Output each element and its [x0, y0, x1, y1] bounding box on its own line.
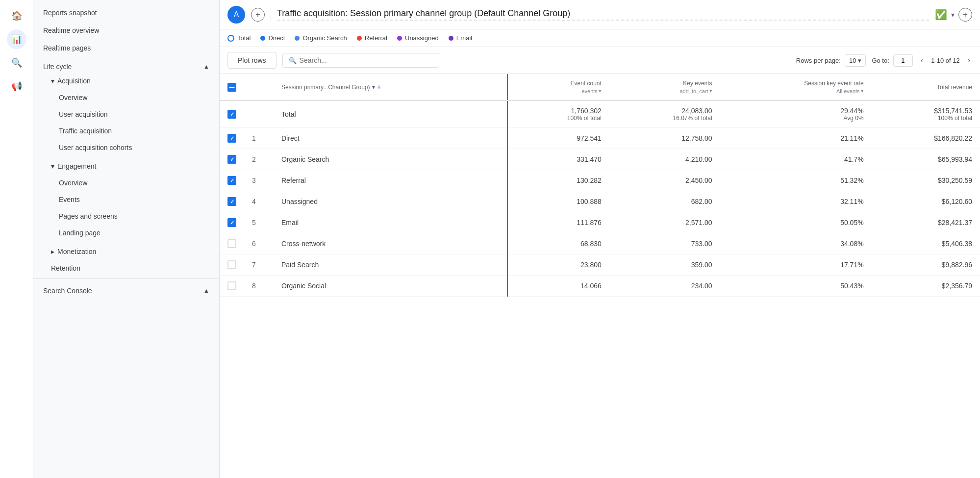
icon-nav: 🏠 📊 🔍 📢	[0, 0, 33, 478]
col-key-events-header: Key events add_to_cart ▾	[609, 74, 720, 101]
row-session-key-rate-3: 32.11%	[720, 191, 872, 212]
header-actions: ✅ ▾ +	[935, 8, 972, 22]
total-checkbox[interactable]	[227, 110, 236, 119]
col-key-events-sub: add_to_cart ▾	[679, 88, 712, 94]
legend-total-label: Total	[237, 34, 251, 42]
row-event-count-6: 23,800	[507, 254, 609, 276]
legend-organic-search-dot	[295, 36, 300, 41]
row-checkbox-1[interactable]	[227, 155, 236, 164]
explore-icon[interactable]: 🔍	[7, 53, 26, 73]
nav-overview-acquisition[interactable]: Overview	[33, 89, 219, 106]
next-page-arrow[interactable]: ›	[966, 54, 972, 67]
row-session-key-rate-6: 17.71%	[720, 254, 872, 276]
row-checkbox-3[interactable]	[227, 197, 236, 206]
legend-email-dot	[449, 36, 453, 41]
nav-user-acquisition[interactable]: User acquisition	[33, 106, 219, 123]
row-checkbox-2[interactable]	[227, 176, 236, 185]
nav-reports-snapshot[interactable]: Reports snapshot	[33, 4, 219, 22]
nav-monetization-header[interactable]: ▸ Monetization	[33, 243, 219, 260]
check-icon: ✅	[935, 9, 947, 21]
nav-overview-engagement[interactable]: Overview	[33, 175, 219, 191]
table-row: 2 Organic Search 331,470 4,210.00 41.7% …	[220, 149, 980, 170]
legend-direct-label: Direct	[268, 34, 285, 42]
lifecycle-section-header[interactable]: Life cycle ▲	[33, 57, 219, 73]
legend-total: Total	[227, 34, 251, 42]
search-box: 🔍	[282, 53, 439, 68]
row-channel-4: Email	[274, 212, 507, 233]
table-row: 1 Direct 972,541 12,758.00 21.11% $166,8…	[220, 128, 980, 149]
col-event-count-header: Event count events ▾	[507, 74, 609, 101]
nav-engagement-header[interactable]: ▾ Engagement	[33, 158, 219, 175]
col-channel-add-icon[interactable]: +	[377, 83, 381, 92]
row-revenue-7: $2,356.79	[872, 276, 980, 297]
legend-total-icon	[227, 35, 234, 42]
total-session-key-rate: 29.44% Avg 0%	[720, 101, 872, 128]
row-checkbox-4[interactable]	[227, 218, 236, 227]
col-session-key-rate-label: Session key event rate	[804, 80, 863, 87]
row-checkbox-5[interactable]	[227, 239, 236, 248]
legend-organic-search-label: Organic Search	[302, 34, 347, 42]
nav-traffic-acquisition[interactable]: Traffic acquisition	[33, 123, 219, 139]
data-table: Session primary...Channel Group) ▾ + Eve…	[220, 74, 980, 297]
row-session-key-rate-1: 41.7%	[720, 149, 872, 170]
row-event-count-5: 68,830	[507, 233, 609, 254]
rows-dropdown-icon: ▾	[858, 57, 861, 64]
reports-icon[interactable]: 📊	[7, 29, 26, 49]
row-revenue-5: $5,406.38	[872, 233, 980, 254]
col-checkbox[interactable]	[220, 74, 244, 101]
prev-page-arrow[interactable]: ‹	[919, 54, 925, 67]
row-checkbox-6[interactable]	[227, 260, 236, 269]
search-console-header[interactable]: Search Console ▲	[33, 281, 219, 297]
row-channel-3: Unassigned	[274, 191, 507, 212]
home-icon[interactable]: 🏠	[7, 6, 26, 25]
col-channel-dropdown-icon[interactable]: ▾	[372, 84, 375, 91]
total-revenue: $315,741.53 100% of total	[872, 101, 980, 128]
table-row: 6 Cross-network 68,830 733.00 34.08% $5,…	[220, 233, 980, 254]
goto-input[interactable]	[893, 54, 913, 67]
rows-per-page-value: 10	[849, 57, 856, 64]
nav-retention[interactable]: Retention	[33, 260, 219, 277]
legend-unassigned-label: Unassigned	[405, 34, 439, 42]
rows-per-page-select[interactable]: 10 ▾	[845, 54, 866, 67]
row-key-events-1: 4,210.00	[609, 149, 720, 170]
search-input[interactable]	[300, 56, 433, 64]
row-rank-5: 6	[244, 233, 274, 254]
nav-realtime-pages[interactable]: Realtime pages	[33, 39, 219, 57]
row-session-key-rate-0: 21.11%	[720, 128, 872, 149]
row-checkbox-0[interactable]	[227, 134, 236, 143]
row-key-events-5: 733.00	[609, 233, 720, 254]
row-channel-5: Cross-network	[274, 233, 507, 254]
nav-user-acquisition-cohorts[interactable]: User acquisition cohorts	[33, 139, 219, 156]
avatar[interactable]: A	[227, 6, 245, 24]
event-count-dropdown-icon[interactable]: ▾	[599, 88, 602, 94]
nav-realtime-overview[interactable]: Realtime overview	[33, 22, 219, 39]
key-events-dropdown-icon[interactable]: ▾	[709, 88, 712, 94]
nav-acquisition-header[interactable]: ▾ Acquisition	[33, 73, 219, 89]
session-key-rate-dropdown-icon[interactable]: ▾	[861, 88, 864, 94]
plot-rows-button[interactable]: Plot rows	[227, 52, 276, 69]
table-container: Session primary...Channel Group) ▾ + Eve…	[220, 74, 980, 478]
advertising-icon[interactable]: 📢	[7, 76, 26, 96]
select-all-checkbox[interactable]	[227, 83, 236, 92]
header-add-button[interactable]: +	[958, 8, 972, 22]
nav-events[interactable]: Events	[33, 191, 219, 208]
nav-landing-page[interactable]: Landing page	[33, 225, 219, 241]
nav-pages-and-screens[interactable]: Pages and screens	[33, 208, 219, 225]
legend-unassigned-dot	[397, 36, 402, 41]
col-key-events-label: Key events	[683, 80, 712, 87]
add-tab-button[interactable]: +	[251, 8, 265, 22]
row-event-count-1: 331,470	[507, 149, 609, 170]
monetization-arrow-icon: ▸	[51, 248, 54, 255]
row-channel-0: Direct	[274, 128, 507, 149]
legend-direct: Direct	[260, 34, 285, 42]
row-channel-6: Paid Search	[274, 254, 507, 276]
rows-per-page-label: Rows per page:	[796, 57, 841, 64]
header-dropdown-icon[interactable]: ▾	[951, 11, 955, 19]
col-channel-header[interactable]: Session primary...Channel Group) ▾ +	[274, 74, 507, 101]
table-row: 3 Referral 130,282 2,450.00 51.32% $30,2…	[220, 170, 980, 191]
row-checkbox-7[interactable]	[227, 281, 236, 290]
legend-referral-label: Referral	[365, 34, 387, 42]
legend-direct-dot	[260, 36, 265, 41]
rows-per-page-section: Rows per page: 10 ▾	[796, 54, 866, 67]
row-event-count-0: 972,541	[507, 128, 609, 149]
